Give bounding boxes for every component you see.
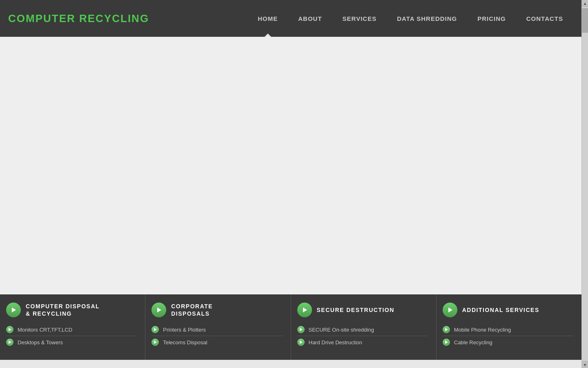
footer-bar: COMPUTER DISPOSAL & RECYCLINGMonitors CR… xyxy=(0,294,581,360)
footer-column-header-computer-disposal: COMPUTER DISPOSAL & RECYCLING xyxy=(6,303,137,317)
footer-column-header-corporate-disposals: CORPORATE DISPOSALS xyxy=(151,303,282,317)
navbar: COMPUTER RECYCLING HOMEABOUTSERVICESDATA… xyxy=(0,0,581,37)
nav-item-contacts[interactable]: CONTACTS xyxy=(516,0,573,37)
scrollbar-arrow-down[interactable]: ▼ xyxy=(582,361,588,368)
footer-list-item-text: Cable Recycling xyxy=(454,339,492,346)
footer-list-computer-disposal: Monitors CRT,TFT,LCDDesktops & Towers xyxy=(6,323,137,348)
main-container: COMPUTER RECYCLING HOMEABOUTSERVICESDATA… xyxy=(0,0,581,360)
svg-marker-10 xyxy=(445,328,448,331)
footer-list-corporate-disposals: Printers & PlottersTelecoms Disposal xyxy=(151,323,282,348)
footer-column-title-secure-destruction: SECURE DESTRUCTION xyxy=(317,306,394,314)
footer-column-secure-destruction: SECURE DESTRUCTIONSECURE On-site shreddi… xyxy=(291,294,437,360)
footer-list-item[interactable]: Desktops & Towers xyxy=(6,336,137,348)
footer-column-header-additional-services: ADDITIONAL SERVICES xyxy=(443,303,573,317)
svg-marker-8 xyxy=(300,341,303,344)
footer-list-item[interactable]: SECURE On-site shredding xyxy=(297,323,428,336)
footer-list-item-text: SECURE On-site shredding xyxy=(309,327,374,333)
nav-item-pricing[interactable]: PRICING xyxy=(467,0,516,37)
hero-area xyxy=(0,37,581,294)
nav-item-about[interactable]: ABOUT xyxy=(288,0,332,37)
nav-item-data-shredding[interactable]: DATA SHREDDING xyxy=(387,0,467,37)
footer-list-item-icon xyxy=(6,326,13,333)
scrollbar-arrow-up[interactable]: ▲ xyxy=(582,0,588,7)
svg-marker-2 xyxy=(9,341,11,344)
scrollbar[interactable]: ▲ ▼ xyxy=(581,0,588,368)
site-logo[interactable]: COMPUTER RECYCLING xyxy=(8,12,247,25)
footer-list-item-text: Mobile Phone Recycling xyxy=(454,327,511,333)
svg-marker-3 xyxy=(157,307,161,312)
nav-item-home[interactable]: HOME xyxy=(247,0,288,37)
footer-list-item[interactable]: Monitors CRT,TFT,LCD xyxy=(6,323,137,336)
footer-list-secure-destruction: SECURE On-site shreddingHard Drive Destr… xyxy=(297,323,428,348)
footer-list-item-icon xyxy=(151,339,159,346)
footer-list-item-text: Telecoms Disposal xyxy=(163,339,207,346)
footer-column-computer-disposal: COMPUTER DISPOSAL & RECYCLINGMonitors CR… xyxy=(0,294,145,360)
footer-list-item-icon xyxy=(297,339,305,346)
footer-list-item[interactable]: Cable Recycling xyxy=(443,336,573,348)
svg-marker-11 xyxy=(445,341,448,344)
svg-marker-0 xyxy=(12,307,16,312)
footer-list-item[interactable]: Printers & Plotters xyxy=(151,323,282,336)
svg-marker-6 xyxy=(303,307,307,312)
footer-list-item-text: Desktops & Towers xyxy=(18,339,63,346)
footer-column-title-corporate-disposals: CORPORATE DISPOSALS xyxy=(171,303,213,317)
footer-column-header-secure-destruction: SECURE DESTRUCTION xyxy=(297,303,428,317)
footer-column-title-computer-disposal: COMPUTER DISPOSAL & RECYCLING xyxy=(26,303,100,317)
footer-column-icon-computer-disposal xyxy=(6,303,21,317)
nav-links: HOMEABOUTSERVICESDATA SHREDDINGPRICINGCO… xyxy=(247,0,573,37)
footer-list-item-icon xyxy=(443,339,450,346)
svg-marker-7 xyxy=(300,328,303,331)
footer-column-icon-corporate-disposals xyxy=(151,303,166,317)
footer-column-additional-services: ADDITIONAL SERVICESMobile Phone Recyclin… xyxy=(437,294,581,360)
scrollbar-thumb[interactable] xyxy=(582,8,588,33)
nav-item-services[interactable]: SERVICES xyxy=(332,0,387,37)
footer-list-item-icon xyxy=(151,326,159,333)
footer-list-item-text: Monitors CRT,TFT,LCD xyxy=(18,327,72,333)
svg-marker-5 xyxy=(154,341,157,344)
footer-list-item-text: Printers & Plotters xyxy=(163,327,206,333)
footer-column-icon-additional-services xyxy=(443,303,457,317)
footer-list-item[interactable]: Hard Drive Destruction xyxy=(297,336,428,348)
svg-marker-1 xyxy=(9,328,11,331)
footer-list-item-icon xyxy=(443,326,450,333)
footer-column-title-additional-services: ADDITIONAL SERVICES xyxy=(462,306,539,314)
footer-column-corporate-disposals: CORPORATE DISPOSALSPrinters & PlottersTe… xyxy=(145,294,291,360)
svg-marker-9 xyxy=(448,307,452,312)
footer-list-additional-services: Mobile Phone RecyclingCable Recycling xyxy=(443,323,573,348)
footer-list-item[interactable]: Telecoms Disposal xyxy=(151,336,282,348)
footer-list-item-text: Hard Drive Destruction xyxy=(309,339,363,346)
footer-list-item-icon xyxy=(6,339,13,346)
footer-list-item[interactable]: Mobile Phone Recycling xyxy=(443,323,573,336)
footer-list-item-icon xyxy=(297,326,305,333)
footer-column-icon-secure-destruction xyxy=(297,303,312,317)
svg-marker-4 xyxy=(154,328,157,331)
